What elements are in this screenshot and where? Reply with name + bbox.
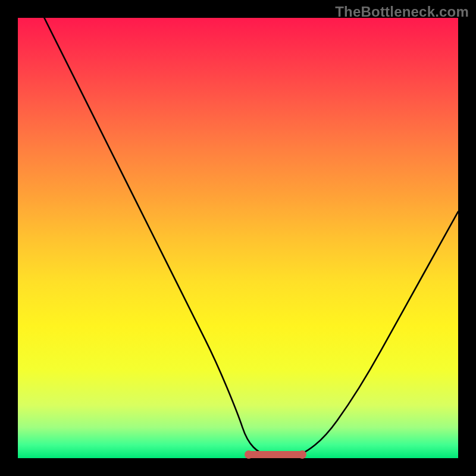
plot-area	[18, 18, 458, 458]
curve-svg	[18, 18, 458, 458]
chart-frame: TheBottleneck.com	[0, 0, 476, 476]
flat-region-marker	[247, 451, 304, 458]
bottleneck-curve-path	[44, 18, 458, 456]
